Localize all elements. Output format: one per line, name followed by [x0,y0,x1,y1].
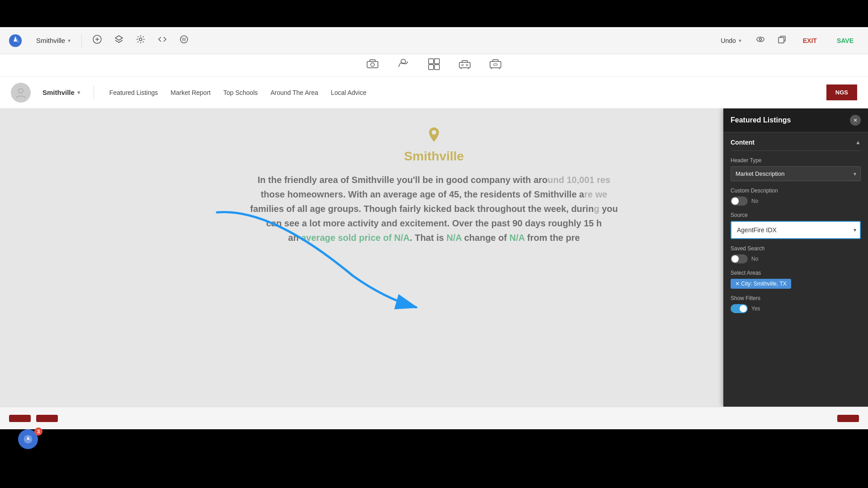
custom-description-toggle[interactable] [731,197,748,206]
nav-cta[interactable]: NGS [826,84,857,100]
nav-chevron: ▾ [77,89,80,96]
svg-point-16 [466,64,468,66]
gear-icon [136,35,145,46]
source-field: Source AgentFire IDX [731,212,861,239]
svg-rect-14 [459,62,470,68]
header-type-select[interactable]: Market Description [731,166,861,181]
svg-rect-12 [429,65,434,70]
svg-point-4 [757,37,764,42]
badge-count: 3 [34,427,42,436]
toolbar: Smithville ▾ W Undo ▾ [0,27,868,54]
nav-market-report[interactable]: Market Report [164,86,217,99]
nav-around-the-area[interactable]: Around The Area [264,86,325,99]
code-icon [158,35,167,46]
saved-search-label: Saved Search [731,245,861,252]
svg-point-15 [462,64,463,66]
toolbar-divider-1 [81,34,82,47]
nav-avatar [11,83,31,103]
content-section-chevron: ▲ [855,139,861,145]
svg-rect-18 [494,64,497,66]
show-filters-value: Yes [751,305,760,312]
duplicate-button[interactable] [774,33,790,49]
svg-point-1 [139,38,142,41]
content-section-header[interactable]: Content ▲ [731,132,861,151]
copy-icon [778,35,787,46]
settings-button[interactable] [132,33,149,49]
areas-tag-row: ✕ City: Smithville, TX [731,279,861,289]
app-logo[interactable] [7,33,24,49]
custom-description-label: Custom Description [731,188,861,194]
nav-local-advice[interactable]: Local Advice [325,86,373,99]
nav-featured-listings[interactable]: Featured Listings [103,86,164,99]
svg-text:W: W [182,37,186,42]
code-button[interactable] [154,33,170,49]
bottom-button-2[interactable] [36,415,58,422]
custom-description-field: Custom Description No [731,188,861,206]
area-tag-label: ✕ City: Smithville, TX [735,281,787,287]
saved-search-toggle-row: No [731,254,861,263]
bottom-bar [0,407,868,429]
source-select-wrap: AgentFire IDX [731,221,861,239]
area-tag-smithville[interactable]: ✕ City: Smithville, TX [731,279,791,289]
svg-rect-7 [367,61,378,68]
show-filters-field: Show Filters Yes [731,295,861,313]
show-filters-toggle[interactable] [731,304,748,313]
saved-search-value: No [751,256,758,262]
exit-button[interactable]: EXIT [796,34,824,47]
undo-button[interactable]: Undo ▾ [715,34,746,47]
saved-search-field: Saved Search No [731,245,861,263]
panel-body: Content ▲ Header Type Market Description… [723,132,868,407]
top-black-bar [0,0,868,27]
show-filters-label: Show Filters [731,295,861,301]
strip-icon-3[interactable] [428,58,440,73]
show-filters-toggle-row: Yes [731,304,861,313]
panel-header: Featured Listings × [723,108,868,132]
source-select[interactable]: AgentFire IDX [731,221,861,239]
panel-title: Featured Listings [731,116,791,124]
add-element-button[interactable] [89,33,105,49]
save-button[interactable]: SAVE [830,34,861,47]
icon-strip [0,54,868,77]
eye-icon [756,35,765,46]
nav-divider [94,86,94,99]
bottom-button-3[interactable] [837,415,859,422]
layers-icon [114,35,123,46]
site-name: Smithville [36,37,65,44]
nav-top-schools[interactable]: Top Schools [217,86,264,99]
strip-icon-5[interactable] [489,58,502,73]
overlay [0,108,723,407]
custom-description-toggle-row: No [731,197,861,206]
svg-rect-6 [778,38,784,43]
nav-bar: Smithville ▾ Featured Listings Market Re… [0,77,868,108]
content-section-label: Content [731,139,755,146]
svg-point-8 [371,63,374,66]
select-areas-field: Select Areas ✕ City: Smithville, TX [731,270,861,289]
svg-rect-11 [434,59,439,64]
header-type-select-wrap: Market Description [731,166,861,181]
site-selector[interactable]: Smithville ▾ [33,35,74,46]
strip-icon-1[interactable] [366,58,379,73]
preview-button[interactable] [752,33,769,49]
svg-rect-17 [490,61,501,68]
bottom-button-1[interactable] [9,415,31,422]
plus-icon [93,35,102,46]
header-type-label: Header Type [731,157,861,164]
notification-badge[interactable]: 3 [18,429,41,452]
undo-chevron: ▾ [739,38,741,44]
svg-rect-10 [429,59,434,64]
layers-button[interactable] [111,33,127,49]
nav-site-name[interactable]: Smithville ▾ [38,86,85,99]
panel-close-button[interactable]: × [850,115,861,126]
source-label: Source [731,212,861,218]
svg-rect-13 [434,65,439,70]
svg-point-19 [19,89,23,93]
strip-icon-2[interactable] [397,58,410,73]
select-areas-label: Select Areas [731,270,861,276]
site-selector-chevron: ▾ [68,38,71,44]
main-area: Smithville In the friendly area of Smith… [0,108,868,407]
saved-search-toggle[interactable] [731,254,748,263]
strip-icon-4[interactable] [458,58,471,73]
featured-listings-panel: Featured Listings × Content ▲ Header Typ… [723,108,868,407]
wordpress-button[interactable]: W [176,33,192,49]
header-type-field: Header Type Market Description [731,157,861,181]
